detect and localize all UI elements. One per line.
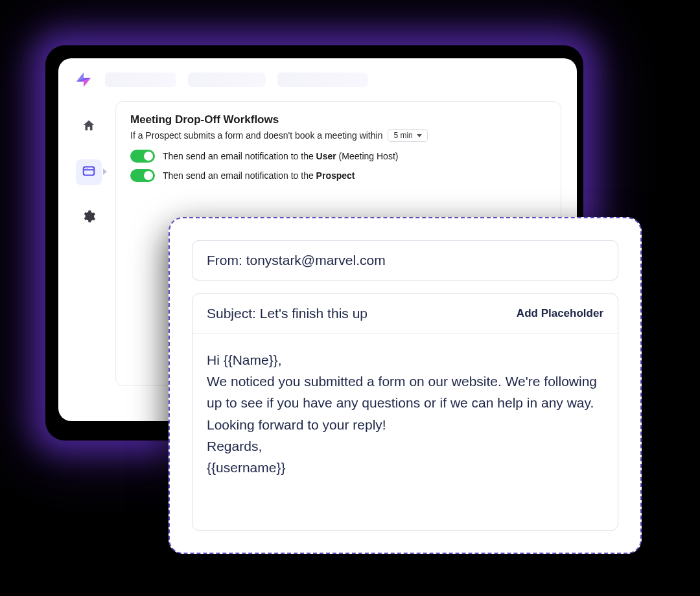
rule-prospect-notification: Then send an email notification to the P… <box>130 169 546 182</box>
from-value: tonystark@marvel.com <box>246 253 386 268</box>
svg-point-2 <box>86 168 86 168</box>
subtitle-text: If a Prospect submits a form and doesn't… <box>130 130 382 141</box>
svg-rect-0 <box>84 167 95 176</box>
app-logo-icon <box>74 70 93 89</box>
subject-field[interactable]: Subject: Let's finish this up <box>207 306 368 321</box>
nav-placeholder <box>188 73 266 87</box>
toggle-user[interactable] <box>130 150 155 163</box>
sidebar-settings[interactable] <box>76 205 102 231</box>
top-bar <box>58 58 577 101</box>
subject-header: Subject: Let's finish this up Add Placeh… <box>192 294 618 334</box>
dropdown-value: 5 min <box>393 131 412 140</box>
svg-point-3 <box>87 168 88 168</box>
window-icon <box>82 164 96 181</box>
gear-icon <box>82 209 96 226</box>
subject-label: Subject: <box>207 306 260 321</box>
subject-and-body: Subject: Let's finish this up Add Placeh… <box>192 293 618 531</box>
sidebar-home[interactable] <box>76 114 102 140</box>
toggle-prospect[interactable] <box>130 169 155 182</box>
email-editor: From: tonystark@marvel.com Subject: Let'… <box>169 217 642 554</box>
nav-placeholder <box>277 73 368 87</box>
panel-title: Meeting Drop-Off Workflows <box>130 113 546 126</box>
rule-text: Then send an email notification to the P… <box>163 170 355 181</box>
from-label: From: <box>207 253 246 268</box>
home-icon <box>82 119 96 135</box>
sidebar <box>74 101 104 386</box>
from-field[interactable]: From: tonystark@marvel.com <box>192 240 618 281</box>
rule-text: Then send an email notification to the U… <box>163 151 398 161</box>
panel-subtitle: If a Prospect submits a form and doesn't… <box>130 129 546 142</box>
sidebar-workflows[interactable] <box>76 159 102 185</box>
email-body[interactable]: Hi {{Name}}, We noticed you submitted a … <box>192 334 618 530</box>
rule-user-notification: Then send an email notification to the U… <box>130 150 546 163</box>
time-dropdown[interactable]: 5 min <box>388 129 427 142</box>
nav-placeholder <box>105 73 176 87</box>
add-placeholder-button[interactable]: Add Placeholder <box>517 307 603 320</box>
chevron-down-icon <box>417 134 422 137</box>
subject-value: Let's finish this up <box>260 306 368 321</box>
